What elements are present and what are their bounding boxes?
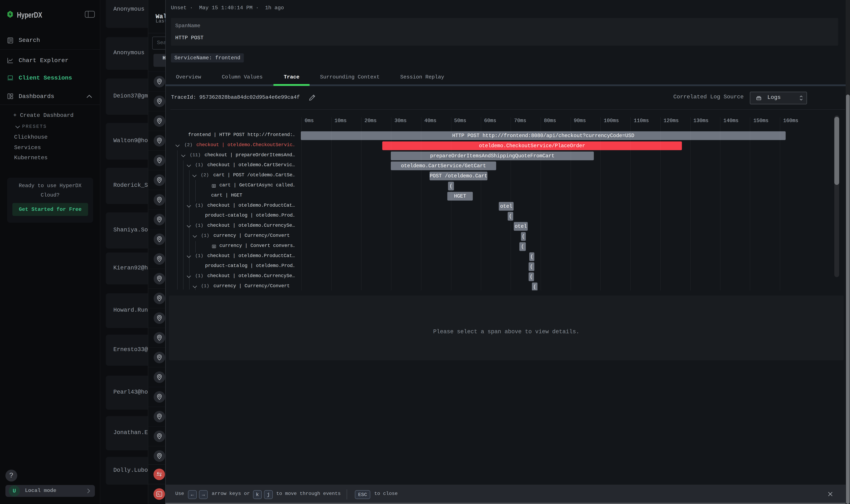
svg-text:HyperDX: HyperDX: [17, 11, 42, 19]
